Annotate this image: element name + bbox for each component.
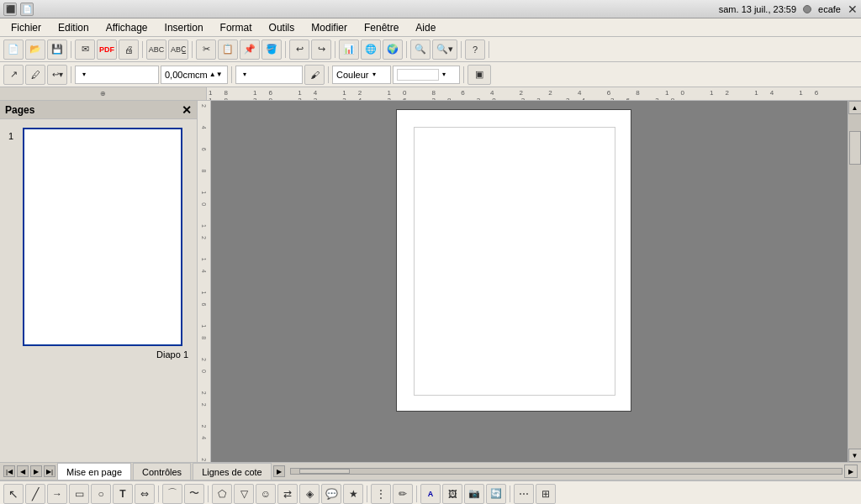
- h-scroll-right[interactable]: ▶: [844, 465, 858, 478]
- slide-inner: [414, 127, 615, 396]
- open-button[interactable]: 📂: [25, 39, 45, 60]
- undo-button[interactable]: ↩: [289, 39, 309, 60]
- rect-tool[interactable]: ▭: [69, 484, 89, 504]
- cut-button[interactable]: ✂: [196, 39, 216, 60]
- tab-scroll-left[interactable]: |◀: [3, 465, 15, 477]
- save-button[interactable]: 💾: [47, 39, 67, 60]
- pages-title: Pages: [5, 104, 34, 116]
- basic-shapes[interactable]: ▽: [234, 484, 254, 504]
- zoom-dropdown[interactable]: 🔍▾: [432, 39, 457, 60]
- pages-close-button[interactable]: ✕: [182, 103, 192, 117]
- draw-sep4: [416, 486, 417, 502]
- canvas-area[interactable]: [211, 101, 848, 462]
- menu-edition[interactable]: Edition: [50, 19, 97, 36]
- image-button[interactable]: 🖼: [442, 484, 462, 504]
- display-button[interactable]: ▣: [467, 65, 491, 85]
- font-size-input[interactable]: 0,00cm cm ▲▼: [161, 66, 228, 84]
- ruler-corner: ⊕: [0, 87, 207, 101]
- arrow-tool[interactable]: →: [47, 484, 67, 504]
- h-scroll-track[interactable]: [290, 468, 843, 475]
- sep5: [335, 41, 335, 58]
- tab-next[interactable]: ▶: [30, 465, 42, 477]
- line-tool[interactable]: ╱: [25, 484, 45, 504]
- ellipse-tool[interactable]: ○: [91, 484, 111, 504]
- help-button[interactable]: ?: [465, 39, 485, 60]
- sep7: [461, 41, 462, 58]
- datetime-label: sam. 13 juil., 23:59: [719, 4, 796, 14]
- freeform-tool[interactable]: 〜: [184, 484, 204, 504]
- scroll-track[interactable]: [848, 114, 862, 449]
- h-scroll-container: [290, 468, 843, 475]
- callout[interactable]: 💬: [321, 484, 341, 504]
- font-size-stepper[interactable]: ▲▼: [209, 71, 223, 78]
- redo-button[interactable]: ↪: [311, 39, 331, 60]
- menu-affichage[interactable]: Affichage: [98, 19, 156, 36]
- paste-button[interactable]: 📌: [240, 39, 260, 60]
- photo-button[interactable]: 📷: [464, 484, 484, 504]
- tab-lignes-de-cote[interactable]: Lignes de cote: [193, 463, 272, 480]
- color-mode-label: Couleur: [336, 70, 369, 80]
- flowchart[interactable]: ◈: [299, 484, 320, 504]
- print-button[interactable]: 🖨: [119, 39, 139, 60]
- new-button[interactable]: 📄: [3, 39, 24, 60]
- menu-outils[interactable]: Outils: [261, 19, 303, 36]
- text-tool[interactable]: T: [113, 484, 133, 504]
- chart-button[interactable]: 📊: [339, 39, 359, 60]
- menu-fenetre[interactable]: Fenêtre: [357, 19, 406, 36]
- sep3: [192, 41, 193, 58]
- scroll-thumb[interactable]: [849, 131, 861, 165]
- polygon-tool[interactable]: ⬠: [212, 484, 232, 504]
- sep-t2-2: [231, 66, 232, 83]
- globe-button[interactable]: 🌍: [383, 39, 403, 60]
- bezier-button[interactable]: 🖊: [25, 65, 45, 85]
- glue-tool[interactable]: ✏: [393, 484, 413, 504]
- tab-prev[interactable]: ◀: [17, 465, 29, 477]
- page-label: Diapo 1: [17, 349, 188, 360]
- vertical-scrollbar: ▲ ▼: [848, 101, 861, 462]
- curve-tool[interactable]: ⌒: [162, 484, 182, 504]
- page-thumbnail[interactable]: [23, 128, 182, 346]
- connector-tool[interactable]: ⇔: [135, 484, 155, 504]
- tab-mise-en-page[interactable]: Mise en page: [57, 463, 131, 480]
- pages-panel: Pages ✕ 1 Diapo 1: [0, 101, 198, 462]
- align-button[interactable]: ⊞: [536, 484, 556, 504]
- tab-end[interactable]: ▶: [273, 465, 285, 477]
- h-scroll-thumb[interactable]: [299, 469, 350, 474]
- world-button[interactable]: 🌐: [361, 39, 381, 60]
- rotate-button[interactable]: 🔄: [486, 484, 506, 504]
- sep-t2-1: [71, 66, 71, 83]
- menu-modifier[interactable]: Modifier: [304, 19, 355, 36]
- pages-panel-header: Pages ✕: [0, 101, 197, 119]
- copy-button[interactable]: 📋: [218, 39, 238, 60]
- ruler-row: ⊕ 18 16 14 12 10 8 6 4 2 2 4 6 8 10 12 1…: [0, 87, 861, 101]
- style-dropdown[interactable]: ▾: [235, 66, 303, 84]
- email-button[interactable]: ✉: [75, 39, 95, 60]
- fontwork[interactable]: A: [420, 484, 441, 504]
- font-style-dropdown[interactable]: ▾: [75, 66, 159, 84]
- menu-format[interactable]: Format: [213, 19, 260, 36]
- block-arrows[interactable]: ⇄: [277, 484, 298, 504]
- back-button[interactable]: ↩▾: [47, 65, 67, 85]
- select-tool[interactable]: ↖: [3, 484, 24, 504]
- zoom-button[interactable]: 🔍: [410, 39, 430, 60]
- tab-controles[interactable]: Contrôles: [133, 463, 191, 480]
- spell1-button[interactable]: ABC: [146, 39, 166, 60]
- paintbucket-button[interactable]: 🪣: [261, 39, 282, 60]
- color-mode-dropdown[interactable]: Couleur ▾: [332, 66, 391, 84]
- close-button[interactable]: ✕: [848, 3, 858, 16]
- menu-aide[interactable]: Aide: [408, 19, 443, 36]
- scroll-up-button[interactable]: ▲: [848, 101, 862, 114]
- menu-insertion[interactable]: Insertion: [157, 19, 211, 36]
- color-picker-dropdown[interactable]: ▾: [393, 66, 460, 84]
- tab-scroll-right[interactable]: ▶|: [44, 465, 55, 477]
- select-mode-button[interactable]: ↗: [3, 65, 24, 85]
- more-button[interactable]: ⋯: [514, 484, 534, 504]
- menu-fichier[interactable]: Fichier: [3, 19, 49, 36]
- points-tool[interactable]: ⋮: [371, 484, 391, 504]
- pdf-button[interactable]: PDF: [97, 39, 117, 60]
- style-apply-button[interactable]: 🖌: [304, 65, 325, 85]
- spell2-button[interactable]: ABC̲: [168, 39, 188, 60]
- symbol-shapes[interactable]: ☺: [256, 484, 276, 504]
- scroll-down-button[interactable]: ▼: [848, 449, 862, 462]
- stars[interactable]: ★: [343, 484, 363, 504]
